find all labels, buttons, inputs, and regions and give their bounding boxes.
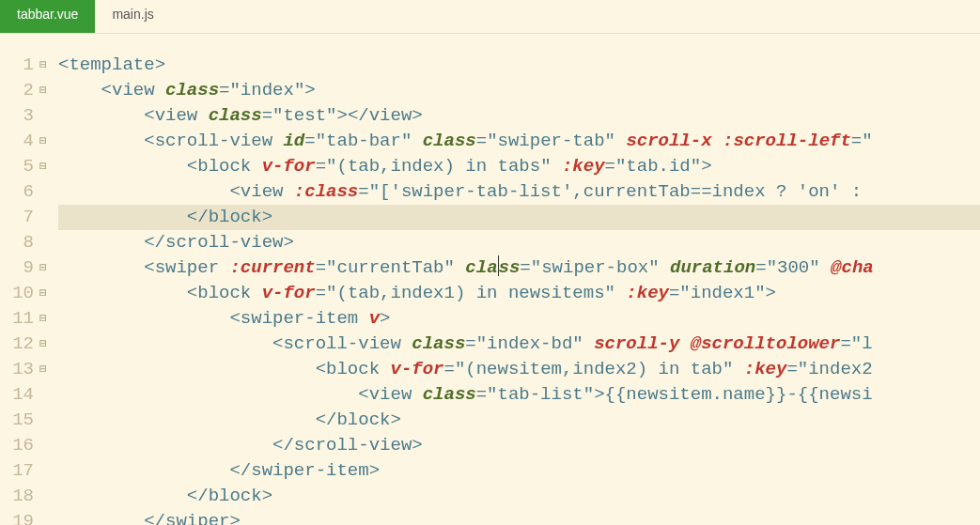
code-line[interactable]: <scroll-view id="tab-bar" class="swiper-… <box>58 129 980 154</box>
token-pun <box>712 131 723 151</box>
token-pun: > <box>412 105 422 126</box>
line-number: 13 <box>9 357 34 382</box>
token-dir: scroll-y <box>594 333 679 354</box>
code-line[interactable]: <block v-for="(tab,index1) in newsitems"… <box>58 281 980 306</box>
code-line[interactable]: </block> <box>58 205 980 230</box>
code-line[interactable]: </scroll-view> <box>58 230 980 255</box>
gutter-line: 10⊟ <box>0 281 58 306</box>
code-line[interactable]: <template> <box>58 53 980 78</box>
code-line[interactable]: </block> <box>58 408 980 433</box>
token-pun <box>283 181 293 202</box>
code-line[interactable]: <block v-for="(tab,index) in tabs" :key=… <box>58 154 980 179</box>
token-pun <box>583 333 594 354</box>
token-str: index <box>241 80 294 100</box>
token-pun: = <box>304 131 315 151</box>
line-number: 7 <box>9 205 34 230</box>
token-pun <box>660 257 670 278</box>
tab-main-js[interactable]: main.js <box>95 0 170 33</box>
token-pun: " <box>572 333 583 354</box>
line-number: 18 <box>9 484 34 509</box>
fold-toggle-icon[interactable]: ⊟ <box>39 78 53 103</box>
code-line[interactable]: <view class="test"></view> <box>58 103 980 129</box>
tab-tabbar-vue[interactable]: tabbar.vue <box>0 0 95 33</box>
gutter-line: 6 <box>0 179 58 205</box>
fold-toggle-icon[interactable]: ⊟ <box>39 129 53 154</box>
token-attr: class <box>165 80 219 100</box>
token-pun: </ <box>229 460 251 481</box>
code-editor[interactable]: 1⊟2⊟34⊟5⊟6789⊟10⊟11⊟12⊟13⊟141516171819 <… <box>0 34 980 525</box>
token-pun: < <box>272 333 283 354</box>
code-line[interactable]: <block v-for="(newsitem,index2) in tab" … <box>58 357 980 382</box>
token-str: {{newsitem.name}}-{{newsi <box>605 384 873 405</box>
fold-toggle-icon[interactable]: ⊟ <box>39 357 53 382</box>
code-line[interactable]: <view class="index"> <box>58 78 980 103</box>
fold-toggle-icon[interactable]: ⊟ <box>39 332 53 357</box>
token-pun <box>615 283 626 303</box>
code-line[interactable]: <scroll-view class="index-bd" scroll-y @… <box>58 332 980 357</box>
token-pun: > <box>594 384 604 405</box>
token-pun: " <box>229 80 240 100</box>
fold-toggle-icon[interactable]: ⊟ <box>39 53 53 78</box>
token-pun: > <box>155 54 165 75</box>
token-pun: > <box>412 435 422 456</box>
token-pun: < <box>58 54 69 75</box>
token-pun: = <box>786 359 797 379</box>
fold-toggle-icon[interactable]: ⊟ <box>39 154 53 179</box>
token-str: ['swiper-tab-list',currentTab==index ? '… <box>380 181 873 202</box>
token-pun: " <box>294 80 304 100</box>
token-pun: " <box>862 131 872 151</box>
line-number: 11 <box>9 306 34 332</box>
token-pun: = <box>465 333 475 354</box>
gutter-line: 3 <box>0 103 58 129</box>
token-str: tab-list <box>498 384 583 405</box>
line-number: 16 <box>9 433 34 458</box>
line-number: 1 <box>9 53 34 78</box>
fold-toggle-icon[interactable]: ⊟ <box>39 306 53 332</box>
token-pun: = <box>476 131 487 151</box>
token-pun: < <box>229 181 240 202</box>
code-line[interactable]: </block> <box>58 484 980 509</box>
token-pun <box>733 359 743 379</box>
token-pun: = <box>605 156 615 177</box>
fold-toggle-icon[interactable]: ⊟ <box>39 255 53 281</box>
token-pun: " <box>326 105 336 126</box>
gutter-line: 19 <box>0 509 58 525</box>
code-line[interactable]: <swiper :current="currentTab" class="swi… <box>58 255 980 281</box>
token-pun: < <box>187 156 197 177</box>
token-dir: @scrolltolower <box>691 333 841 354</box>
token-pun: </ <box>316 409 337 430</box>
token-pun: " <box>754 283 765 303</box>
token-str: test <box>283 105 326 126</box>
fold-toggle-icon[interactable]: ⊟ <box>39 281 53 306</box>
code-line[interactable]: <view class="tab-list">{{newsitem.name}}… <box>58 382 980 408</box>
token-pun <box>155 80 165 100</box>
token-tagn: view <box>112 80 155 100</box>
gutter-line: 18 <box>0 484 58 509</box>
token-pun: < <box>358 384 368 405</box>
token-pun <box>401 333 412 354</box>
token-tagn: block <box>336 409 390 430</box>
token-str: index-bd <box>487 333 572 354</box>
token-tagn: block <box>197 283 251 303</box>
code-line[interactable]: <swiper-item v> <box>58 306 980 332</box>
code-line[interactable]: </swiper-item> <box>58 458 980 484</box>
token-pun: " <box>487 384 497 405</box>
token-tagn: swiper <box>165 511 229 525</box>
token-pun: " <box>648 257 659 278</box>
token-pun: " <box>767 257 777 278</box>
code-line[interactable]: </swiper> <box>58 509 980 525</box>
code-line[interactable]: <view :class="['swiper-tab-list',current… <box>58 179 980 205</box>
token-pun: " <box>487 131 497 151</box>
token-pun: = <box>840 333 850 354</box>
gutter-line: 14 <box>0 382 58 408</box>
token-pun: " <box>615 156 626 177</box>
token-str: swiper-box <box>541 257 648 278</box>
token-pun <box>272 131 283 151</box>
token-pun <box>455 257 465 278</box>
token-tagn: view <box>241 181 284 202</box>
token-dir: :scroll-left <box>723 131 851 151</box>
code-line[interactable]: </scroll-view> <box>58 433 980 458</box>
token-pun: " <box>851 333 862 354</box>
code-area[interactable]: <template> <view class="index"> <view cl… <box>58 34 980 525</box>
token-pun: > <box>229 511 240 525</box>
